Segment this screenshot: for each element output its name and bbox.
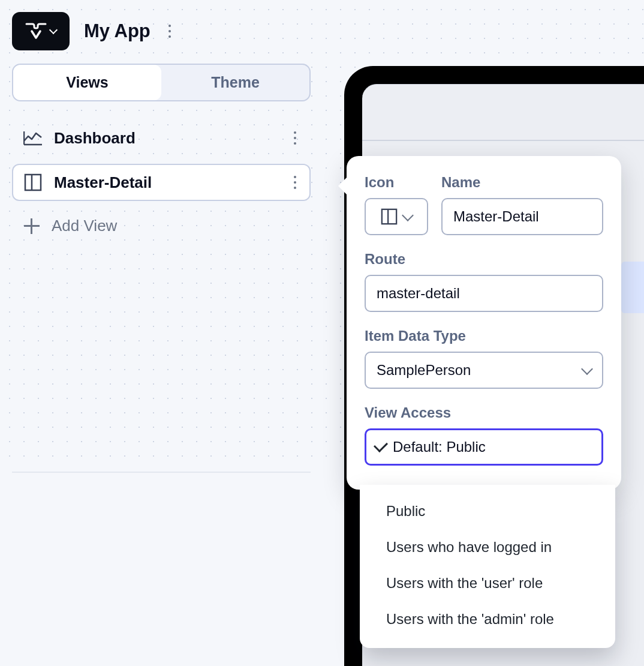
app-more-button[interactable] <box>165 21 174 41</box>
views-list: Dashboard Master-Detail Add View <box>12 119 311 244</box>
columns-icon <box>381 208 398 225</box>
view-item-dashboard[interactable]: Dashboard <box>12 119 311 157</box>
svg-rect-2 <box>382 209 396 224</box>
view-access-value: Default: Public <box>393 439 593 455</box>
tab-views[interactable]: Views <box>13 65 161 100</box>
svg-rect-0 <box>25 175 41 190</box>
access-option-admin-role[interactable]: Users with the 'admin' role <box>360 601 615 637</box>
add-view-button[interactable]: Add View <box>12 208 311 244</box>
vaadin-logo-icon <box>25 23 47 40</box>
item-type-select[interactable]: SamplePerson <box>365 352 603 389</box>
app-title: My App <box>84 20 151 42</box>
view-more-button[interactable] <box>290 128 300 148</box>
view-more-button[interactable] <box>290 172 300 193</box>
view-settings-popover: Icon Name Route Item Data Type SamplePer… <box>347 156 621 490</box>
sidebar-divider <box>12 472 311 473</box>
preview-side-handle[interactable] <box>621 262 644 313</box>
view-item-master-detail[interactable]: Master-Detail <box>12 164 311 201</box>
view-item-label: Dashboard <box>54 129 136 148</box>
chevron-down-icon <box>49 26 58 34</box>
name-label: Name <box>441 174 603 191</box>
brand-menu-button[interactable] <box>12 12 70 50</box>
chevron-down-icon <box>402 209 414 221</box>
icon-picker[interactable] <box>365 198 428 235</box>
chart-icon <box>23 128 43 148</box>
preview-divider <box>362 140 644 146</box>
sidebar-tabs: Views Theme <box>12 64 311 101</box>
check-icon <box>374 438 388 452</box>
view-access-label: View Access <box>365 404 603 421</box>
route-label: Route <box>365 251 603 268</box>
view-access-dropdown: Public Users who have logged in Users wi… <box>360 485 615 648</box>
plus-icon <box>23 217 41 235</box>
columns-icon <box>23 172 43 193</box>
route-input[interactable] <box>365 275 603 312</box>
icon-label: Icon <box>365 174 428 191</box>
add-view-label: Add View <box>52 217 117 235</box>
view-item-label: Master-Detail <box>54 173 152 192</box>
tab-theme[interactable]: Theme <box>161 65 309 100</box>
chevron-down-icon <box>581 363 593 375</box>
access-option-public[interactable]: Public <box>360 493 615 529</box>
item-type-label: Item Data Type <box>365 328 603 344</box>
view-access-select[interactable]: Default: Public <box>365 428 603 466</box>
item-type-value: SamplePerson <box>377 362 471 379</box>
name-input[interactable] <box>441 198 603 235</box>
access-option-logged-in[interactable]: Users who have logged in <box>360 529 615 565</box>
sidebar: My App Views Theme Dashboard Master-Deta… <box>0 0 312 473</box>
access-option-user-role[interactable]: Users with the 'user' role <box>360 565 615 601</box>
header-row: My App <box>12 12 312 50</box>
